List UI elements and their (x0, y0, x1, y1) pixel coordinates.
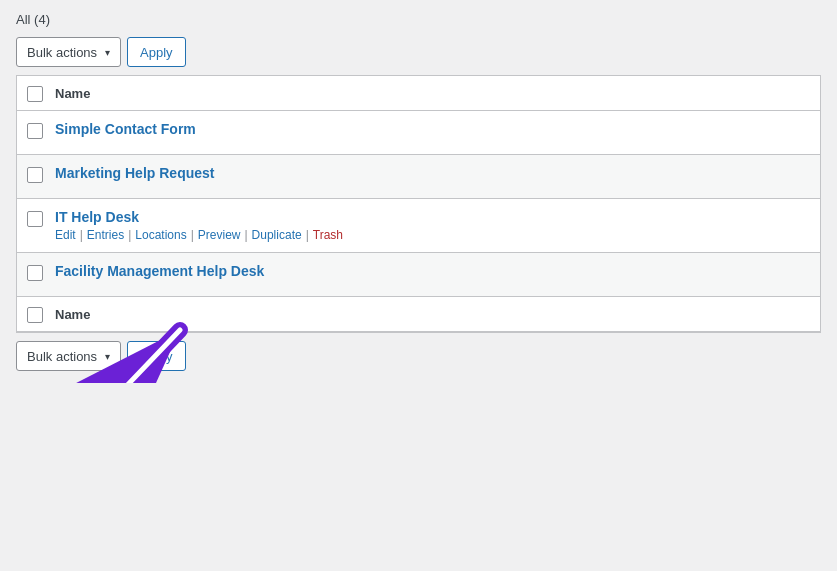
table-header-row: Name (17, 76, 820, 111)
bulk-actions-dropdown[interactable]: Bulk actions ▾ (16, 37, 121, 67)
form-title-link[interactable]: IT Help Desk (55, 209, 139, 225)
chevron-down-icon: ▾ (105, 47, 110, 58)
table-row: Marketing Help Request (17, 155, 820, 199)
action-separator: | (80, 228, 83, 242)
action-separator: | (306, 228, 309, 242)
footer-name-column-header: Name (55, 307, 90, 322)
row-main: IT Help Desk Edit | Entries | Locations … (27, 209, 810, 242)
bulk-actions-label: Bulk actions (27, 45, 97, 60)
bottom-toolbar: Bulk actions ▾ Apply (16, 341, 821, 371)
row-main: Simple Contact Form (27, 121, 810, 139)
table-row: Facility Management Help Desk (17, 253, 820, 297)
table-row: IT Help Desk Edit | Entries | Locations … (17, 199, 820, 253)
row-main: Marketing Help Request (27, 165, 810, 183)
row-actions: Edit | Entries | Locations | Preview | D… (55, 228, 343, 242)
duplicate-action-link[interactable]: Duplicate (252, 228, 302, 242)
action-separator: | (191, 228, 194, 242)
row-checkbox[interactable] (27, 123, 43, 139)
bottom-bulk-actions-label: Bulk actions (27, 349, 97, 364)
action-separator: | (244, 228, 247, 242)
row-checkbox[interactable] (27, 211, 43, 227)
table-footer-name-row: Name (17, 297, 820, 332)
select-all-bottom-checkbox[interactable] (27, 307, 43, 323)
entries-action-link[interactable]: Entries (87, 228, 124, 242)
bottom-bulk-actions-dropdown[interactable]: Bulk actions ▾ (16, 341, 121, 371)
trash-action-link[interactable]: Trash (313, 228, 343, 242)
row-checkbox[interactable] (27, 265, 43, 281)
action-separator: | (128, 228, 131, 242)
row-checkbox[interactable] (27, 167, 43, 183)
name-column-header: Name (55, 86, 90, 101)
form-title-link[interactable]: Marketing Help Request (55, 165, 214, 181)
all-count: All (4) (16, 12, 821, 27)
edit-action-link[interactable]: Edit (55, 228, 76, 242)
all-label: All (16, 12, 30, 27)
row-main: Facility Management Help Desk (27, 263, 810, 281)
form-title-link[interactable]: Facility Management Help Desk (55, 263, 264, 279)
top-apply-button[interactable]: Apply (127, 37, 186, 67)
select-all-checkbox[interactable] (27, 86, 43, 102)
forms-table: Name Simple Contact Form Marketing Help … (16, 75, 821, 333)
all-count-number: (4) (34, 12, 50, 27)
bottom-apply-button[interactable]: Apply (127, 341, 186, 371)
top-toolbar: Bulk actions ▾ Apply (16, 37, 821, 67)
chevron-down-icon: ▾ (105, 351, 110, 362)
preview-action-link[interactable]: Preview (198, 228, 241, 242)
locations-action-link[interactable]: Locations (135, 228, 186, 242)
form-title-link[interactable]: Simple Contact Form (55, 121, 196, 137)
table-row: Simple Contact Form (17, 111, 820, 155)
